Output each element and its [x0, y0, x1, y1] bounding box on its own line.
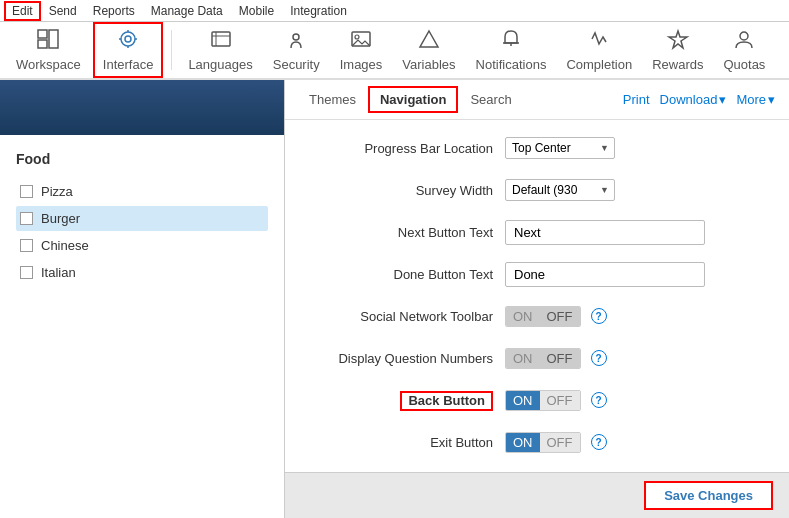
left-panel-header [0, 80, 284, 135]
svg-rect-19 [740, 32, 748, 40]
print-action[interactable]: Print [623, 92, 650, 107]
back-button-toggle[interactable]: ON OFF [505, 390, 581, 411]
list-item[interactable]: Burger [16, 206, 268, 231]
svg-point-3 [121, 32, 135, 46]
languages-icon [209, 28, 233, 55]
svg-rect-0 [38, 30, 47, 38]
toolbar-interface[interactable]: Interface [93, 22, 164, 78]
toolbar-interface-label: Interface [103, 57, 154, 72]
interface-icon [116, 28, 140, 55]
choice-checkbox-pizza[interactable] [20, 185, 33, 198]
exit-button-control: ON OFF ? [505, 432, 769, 453]
completion-icon [587, 28, 611, 55]
choice-checkbox-burger[interactable] [20, 212, 33, 225]
toolbar-rewards-label: Rewards [652, 57, 703, 72]
toolbar-images-label: Images [340, 57, 383, 72]
svg-marker-18 [669, 31, 687, 48]
svg-point-12 [293, 34, 299, 40]
back-button-form-label: Back Button [305, 393, 505, 408]
done-button-input[interactable] [505, 262, 705, 287]
toggle-on-label: ON [506, 391, 540, 410]
security-icon [284, 28, 308, 55]
form-row-social-network: Social Network Toolbar ON OFF ? [305, 302, 769, 330]
svg-rect-1 [38, 40, 47, 48]
toggle-off-label: OFF [540, 349, 580, 368]
toolbar-notifications-label: Notifications [476, 57, 547, 72]
toolbar-rewards[interactable]: Rewards [644, 24, 711, 76]
menu-manage-data[interactable]: Manage Data [143, 2, 231, 20]
progress-bar-select-wrap[interactable]: Top Center Bottom [505, 137, 615, 159]
variables-icon [417, 28, 441, 55]
save-changes-button[interactable]: Save Changes [644, 481, 773, 510]
list-item[interactable]: Italian [16, 260, 268, 285]
menu-reports[interactable]: Reports [85, 2, 143, 20]
question-title: Food [16, 151, 268, 167]
more-action[interactable]: More ▾ [736, 92, 775, 107]
menu-bar: Edit Send Reports Manage Data Mobile Int… [0, 0, 789, 22]
survey-width-select[interactable]: Default (930 Custom [505, 179, 615, 201]
done-button-control [505, 262, 769, 287]
form-row-survey-width: Survey Width Default (930 Custom [305, 176, 769, 204]
toolbar-languages[interactable]: Languages [180, 24, 260, 76]
next-button-input[interactable] [505, 220, 705, 245]
exit-button-label: Exit Button [305, 435, 505, 450]
survey-width-select-wrap[interactable]: Default (930 Custom [505, 179, 615, 201]
svg-point-4 [125, 36, 131, 42]
tab-themes[interactable]: Themes [299, 88, 366, 111]
quotas-icon [732, 28, 756, 55]
menu-integration[interactable]: Integration [282, 2, 355, 20]
notifications-icon [499, 28, 523, 55]
toolbar-workspace-label: Workspace [16, 57, 81, 72]
back-button-help-icon[interactable]: ? [591, 392, 607, 408]
survey-width-label: Survey Width [305, 183, 505, 198]
choice-checkbox-chinese[interactable] [20, 239, 33, 252]
toolbar-notifications[interactable]: Notifications [468, 24, 555, 76]
toggle-on-label: ON [506, 349, 540, 368]
question-numbers-toggle[interactable]: ON OFF [505, 348, 581, 369]
progress-bar-control: Top Center Bottom [505, 137, 769, 159]
list-item[interactable]: Pizza [16, 179, 268, 204]
done-button-label: Done Button Text [305, 267, 505, 282]
menu-edit[interactable]: Edit [4, 1, 41, 21]
workspace-icon [36, 28, 60, 55]
svg-point-14 [355, 35, 359, 39]
toolbar-completion[interactable]: Completion [558, 24, 640, 76]
toolbar-quotas-label: Quotas [723, 57, 765, 72]
left-panel-content: Food Pizza Burger Chinese Italian [0, 135, 284, 518]
toolbar-images[interactable]: Images [332, 24, 391, 76]
download-action[interactable]: Download ▾ [660, 92, 727, 107]
choice-label-chinese: Chinese [41, 238, 89, 253]
list-item[interactable]: Chinese [16, 233, 268, 258]
tab-navigation[interactable]: Navigation [368, 86, 458, 113]
question-numbers-label: Display Question Numbers [305, 351, 505, 366]
next-button-label: Next Button Text [305, 225, 505, 240]
toolbar-variables[interactable]: Variables [394, 24, 463, 76]
svg-rect-2 [49, 30, 58, 48]
choice-checkbox-italian[interactable] [20, 266, 33, 279]
form-row-back-button: Back Button ON OFF ? [305, 386, 769, 414]
form-row-progress-bar: Progress Bar Location Top Center Bottom [305, 134, 769, 162]
toolbar-security[interactable]: Security [265, 24, 328, 76]
toolbar-quotas[interactable]: Quotas [715, 24, 773, 76]
main-layout: Food Pizza Burger Chinese Italian T [0, 80, 789, 518]
toggle-on-label: ON [506, 433, 540, 452]
question-numbers-help-icon[interactable]: ? [591, 350, 607, 366]
menu-mobile[interactable]: Mobile [231, 2, 282, 20]
choice-label-burger: Burger [41, 211, 80, 226]
menu-send[interactable]: Send [41, 2, 85, 20]
toolbar-workspace[interactable]: Workspace [8, 24, 89, 76]
toolbar-divider-1 [171, 30, 172, 70]
toolbar-security-label: Security [273, 57, 320, 72]
exit-button-toggle[interactable]: ON OFF [505, 432, 581, 453]
toolbar: Workspace Interface Languages Security [0, 22, 789, 80]
form-row-exit-button: Exit Button ON OFF ? [305, 428, 769, 456]
social-network-help-icon[interactable]: ? [591, 308, 607, 324]
exit-button-help-icon[interactable]: ? [591, 434, 607, 450]
form-row-done-button: Done Button Text [305, 260, 769, 288]
tab-search[interactable]: Search [460, 88, 521, 111]
right-panel: Themes Navigation Search Print Download … [285, 80, 789, 518]
progress-bar-label: Progress Bar Location [305, 141, 505, 156]
progress-bar-select[interactable]: Top Center Bottom [505, 137, 615, 159]
back-button-control: ON OFF ? [505, 390, 769, 411]
social-network-toggle[interactable]: ON OFF [505, 306, 581, 327]
